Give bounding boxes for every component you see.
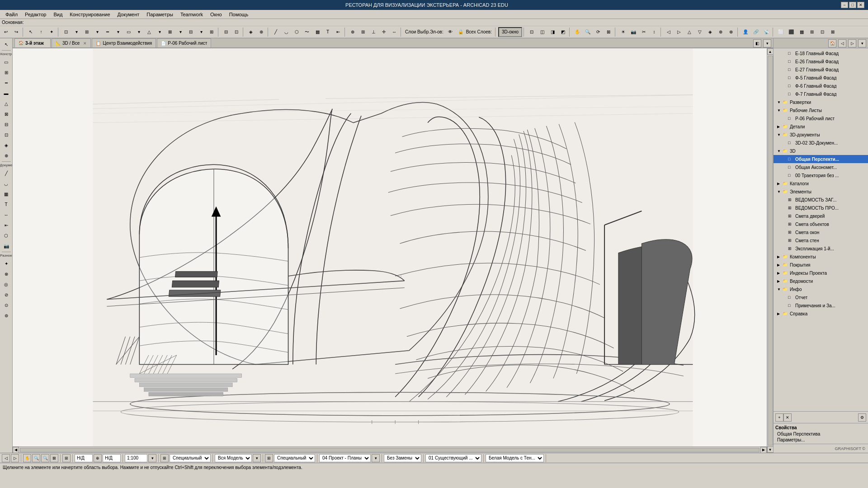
sb-fit[interactable]: ⊠ [50,454,58,462]
layers-eye[interactable]: 👁 [445,27,455,37]
rp-back-btn[interactable]: ◁ [838,39,846,47]
tree-e18[interactable]: □ Е-18 Главный Фасад [774,49,868,57]
guide-btn[interactable]: ✛ [379,27,389,37]
object-tool[interactable]: ◈ [246,27,256,37]
grid-btn[interactable]: ⊞ [358,27,368,37]
door-tool[interactable]: ⊟ [221,27,231,37]
roof-dropdown[interactable]: ▾ [155,27,165,37]
close-button[interactable]: ✕ [857,2,864,8]
window-tool[interactable]: ⊡ [231,27,241,37]
sb-coord-btn[interactable]: ⊕ [94,454,102,462]
lt-mesh[interactable]: ⊠ [1,109,11,119]
lt-roof[interactable]: △ [1,99,11,108]
select-tool[interactable]: ↖ [26,27,36,37]
nav6[interactable]: ⊕ [716,27,726,37]
collab2[interactable]: 🔗 [751,27,761,37]
text-tool[interactable]: T [323,27,333,37]
special2-dropdown[interactable]: Специальный [274,454,315,462]
lt-dim[interactable]: ↔ [1,210,11,220]
lt-column[interactable]: ⊞ [1,67,11,77]
sb-ml-btn[interactable]: ▾ [253,454,261,462]
menu-construct[interactable]: Конструирование [66,11,113,18]
tree-help[interactable]: ▶ 📁 Справка [774,310,868,318]
view5[interactable]: ⊡ [817,27,827,37]
rp-delete-btn[interactable]: ✕ [783,413,792,422]
tree-axonometric[interactable]: □ Общая Аксономет... [774,163,868,171]
right-tree[interactable]: □ Е-18 Главный Фасад □ Е-26 Главный Фаса… [774,48,868,411]
tree-general-perspective[interactable]: □ Общая Перспекти... [774,155,868,163]
lt-misc6[interactable]: ⊚ [1,310,11,320]
lt-misc1[interactable]: ✦ [1,258,11,268]
lt-misc3[interactable]: ◎ [1,279,11,289]
tab-floor3[interactable]: 🏠 3-й этаж [14,38,51,47]
sb-grid3[interactable]: ⊞ [265,454,273,462]
tree-r06[interactable]: □ Р-06 Рабочий лист [774,114,868,122]
line-tool[interactable]: ╱ [271,27,281,37]
perspective-item[interactable]: Общая Перспектива [775,431,866,437]
scroll-down-btn[interactable]: ▼ [767,446,774,453]
nav2[interactable]: ▷ [674,27,684,37]
ortho-btn[interactable]: ⊥ [368,27,378,37]
tree-vedom-zag[interactable]: ⊞ ВЕДОМОСТЬ ЗАГ... [774,196,868,204]
scroll-right-btn[interactable]: ▶ [760,447,767,453]
lt-morph[interactable]: ◈ [1,140,11,150]
tab-arrange-btn[interactable]: ◧ [753,39,761,47]
railing-tool[interactable]: ⊞ [207,27,217,37]
project04-dropdown[interactable]: 04 Проект - Планы [319,454,371,462]
zoom-in-btn[interactable]: 🔍 [583,27,593,37]
magic-wand[interactable]: ✦ [47,27,57,37]
lt-stair[interactable]: ⊟ [1,119,11,129]
scroll-h-thumb[interactable] [20,448,760,452]
parameters-item[interactable]: Параметры... [775,437,866,443]
lt-arc[interactable]: ◡ [1,178,11,188]
tree-indexes[interactable]: ▶ 📁 Индексы Проекта [774,269,868,277]
collab1[interactable]: 👤 [741,27,750,37]
existing01-dropdown[interactable]: 01 Существующий ... [425,454,481,462]
lt-slab[interactable]: ▬ [1,88,11,98]
render-btn[interactable]: ◩ [558,27,568,37]
whitemodel-dropdown[interactable]: Белая Модель с Тен... [486,454,544,462]
arc-tool[interactable]: ◡ [281,27,291,37]
scroll-left-btn[interactable]: ◀ [13,447,19,453]
scroll-thumb[interactable] [768,56,773,446]
tree-catalogs[interactable]: ▶ 📁 Каталоги [774,179,868,188]
tree-smeta-objects[interactable]: ⊞ Смета объектов [774,220,868,228]
view6[interactable]: ⊠ [828,27,838,37]
tab-center[interactable]: 📋 Центр Взаимодействия [92,38,156,47]
menu-document[interactable]: Документ [114,11,143,18]
menu-help[interactable]: Помощь [226,11,252,18]
lt-zone[interactable]: ⬡ [1,230,11,240]
lt-camera[interactable]: 📷 [1,241,11,251]
orbit-btn[interactable]: ⟳ [593,27,603,37]
scroll-up-btn[interactable]: ▲ [767,48,774,55]
minimize-button[interactable]: − [841,2,848,8]
slab-tool[interactable]: ▭ [123,27,133,37]
lt-misc5[interactable]: ⊙ [1,300,11,310]
tree-coatings[interactable]: ▶ 📁 Покрытия [774,261,868,269]
noreplacement-dropdown[interactable]: Без Замены [384,454,421,462]
pointer-tool[interactable]: ↖ [1,39,11,49]
tree-statements[interactable]: ▶ 📁 Ведомости [774,277,868,285]
layers-lock[interactable]: 🔒 [456,27,466,37]
spline-tool[interactable]: 〜 [302,27,312,37]
sun-btn[interactable]: ☀ [618,27,628,37]
menu-window[interactable]: Окно [207,11,226,18]
shaded-btn[interactable]: ◨ [547,27,557,37]
tree-working-sheets[interactable]: ▼ 📁 Рабочие Листы [774,106,868,114]
nav5[interactable]: ◈ [705,27,715,37]
tree-e26[interactable]: □ Е-26 Главный Фасад [774,57,868,66]
collab3[interactable]: 📡 [761,27,771,37]
nav7[interactable]: ⊗ [726,27,736,37]
tree-info[interactable]: ▼ 📁 Инфо [774,285,868,293]
menu-file[interactable]: Файл [2,11,21,18]
arrow-tool[interactable]: ↑ [36,27,46,37]
wall-tool[interactable]: ⊡ [61,27,71,37]
lt-fill[interactable]: ▦ [1,189,11,199]
tree-f6[interactable]: □ Ф-6 Главный Фасад [774,82,868,90]
view3[interactable]: ▦ [797,27,807,37]
section-btn[interactable]: ✂ [639,27,649,37]
wireframe-btn[interactable]: ⊡ [527,27,537,37]
tree-notes[interactable]: □ Примечания и За... [774,301,868,310]
lt-smart[interactable]: ⊕ [1,150,11,160]
tree-smeta-walls[interactable]: ⊞ Смета стен [774,236,868,244]
